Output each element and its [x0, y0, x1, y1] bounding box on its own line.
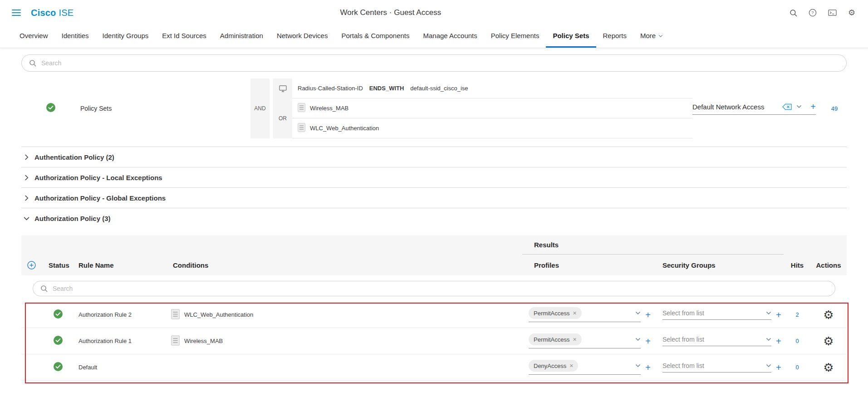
- tab-identity-groups[interactable]: Identity Groups: [96, 25, 156, 48]
- security-group-select[interactable]: Select from list: [662, 336, 771, 346]
- hits-count[interactable]: 0: [784, 338, 811, 344]
- policy-set-hits[interactable]: 49: [822, 105, 847, 112]
- add-rule-button[interactable]: [21, 261, 41, 270]
- profiles-select[interactable]: DenyAccess ×: [529, 360, 641, 375]
- add-profile-icon[interactable]: +: [645, 310, 651, 319]
- chip-remove-icon[interactable]: ×: [573, 336, 576, 343]
- condition-cell[interactable]: Wireless_MAB: [166, 335, 522, 347]
- rule-name[interactable]: Default: [75, 364, 166, 371]
- profile-chip[interactable]: PermitAccess ×: [529, 307, 582, 319]
- profiles-select[interactable]: PermitAccess ×: [529, 333, 641, 348]
- status-cell: [41, 309, 75, 320]
- add-security-group-icon[interactable]: +: [776, 363, 781, 372]
- section-authz-global-exceptions[interactable]: Authorization Policy - Global Exceptions: [21, 187, 847, 208]
- chevron-down-icon: [658, 34, 663, 38]
- add-security-group-icon[interactable]: +: [776, 310, 781, 319]
- hits-count[interactable]: 0: [784, 364, 811, 371]
- policy-set-row: Policy Sets AND OR Radius·Called-Station…: [21, 78, 847, 138]
- chevron-down-icon[interactable]: [766, 311, 771, 315]
- chevron-down-icon[interactable]: [766, 338, 771, 341]
- status-success-icon: [54, 309, 63, 320]
- condition-radius-called-station-id[interactable]: Radius·Called-Station-ID ENDS_WITH defau…: [292, 78, 692, 98]
- library-condition-icon: [298, 123, 305, 133]
- search-icon: [29, 59, 36, 67]
- search-input[interactable]: [41, 59, 839, 67]
- gear-icon[interactable]: ⚙: [823, 335, 834, 347]
- tab-policy-elements[interactable]: Policy Elements: [484, 25, 546, 48]
- gear-icon[interactable]: ⚙: [823, 309, 834, 321]
- or-operator-badge: OR: [273, 98, 292, 138]
- profile-chip[interactable]: PermitAccess ×: [529, 333, 582, 345]
- condition-rows: Radius·Called-Station-ID ENDS_WITH defau…: [292, 78, 692, 138]
- condition-name: Wireless_MAB: [310, 105, 348, 112]
- profiles-cell: PermitAccess × +: [522, 333, 651, 348]
- tab-more[interactable]: More: [633, 25, 670, 48]
- chevron-down-icon[interactable]: [635, 364, 641, 368]
- profile-chip[interactable]: DenyAccess ×: [529, 360, 578, 372]
- security-group-select[interactable]: Select from list: [662, 362, 771, 372]
- conditions-group: OR Radius·Called-Station-ID ENDS_WITH de…: [273, 78, 692, 138]
- condition-name: Wireless_MAB: [184, 338, 223, 344]
- section-authorization-policy[interactable]: Authorization Policy (3): [21, 208, 847, 228]
- chevron-down-icon[interactable]: [796, 105, 802, 108]
- profiles-cell: PermitAccess × +: [522, 307, 651, 322]
- chevron-down-icon: [25, 216, 29, 221]
- section-label: Authorization Policy - Global Exceptions: [34, 194, 166, 202]
- chevron-down-icon[interactable]: [635, 338, 641, 341]
- library-condition-icon: [298, 103, 305, 113]
- condition-wlc-web-authentication[interactable]: WLC_Web_Authentication: [292, 118, 692, 138]
- tab-manage-accounts[interactable]: Manage Accounts: [416, 25, 484, 48]
- add-profile-icon[interactable]: +: [645, 363, 651, 372]
- search-icon: [40, 285, 48, 292]
- policy-set-name[interactable]: Policy Sets: [80, 78, 250, 138]
- profiles-cell: DenyAccess × +: [522, 360, 651, 375]
- security-group-select[interactable]: Select from list: [662, 309, 771, 320]
- console-icon[interactable]: [828, 8, 837, 17]
- or-operator-strip: OR: [273, 78, 292, 138]
- header-status: Status: [41, 261, 75, 269]
- allowed-protocols-select[interactable]: Default Network Access +: [692, 102, 816, 115]
- section-authz-local-exceptions[interactable]: Authorization Policy - Local Exceptions: [21, 167, 847, 187]
- tab-ext-id-sources[interactable]: Ext Id Sources: [155, 25, 213, 48]
- section-label: Authorization Policy - Local Exceptions: [34, 174, 162, 181]
- search-icon[interactable]: [789, 8, 798, 17]
- tab-reports[interactable]: Reports: [596, 25, 634, 48]
- gear-icon[interactable]: ⚙: [823, 362, 834, 373]
- status-success-icon: [54, 336, 63, 346]
- rule-name[interactable]: Authorization Rule 1: [75, 338, 166, 344]
- chevron-down-icon[interactable]: [635, 311, 641, 315]
- tab-administration[interactable]: Administration: [213, 25, 270, 48]
- rule-search-input[interactable]: [53, 285, 828, 292]
- gear-icon[interactable]: ⚙: [847, 8, 856, 17]
- rule-name[interactable]: Authorization Rule 2: [75, 311, 166, 318]
- rule-search[interactable]: [33, 281, 835, 296]
- tab-identities[interactable]: Identities: [55, 25, 96, 48]
- chip-remove-icon[interactable]: ×: [569, 362, 573, 369]
- tab-overview[interactable]: Overview: [13, 25, 55, 48]
- header-rule-name: Rule Name: [75, 261, 166, 269]
- add-profile-icon[interactable]: +: [645, 337, 651, 346]
- clear-selection-icon[interactable]: [782, 103, 792, 110]
- add-security-group-icon[interactable]: +: [776, 337, 781, 346]
- tab-policy-sets[interactable]: Policy Sets: [546, 25, 596, 48]
- condition-wireless-mab[interactable]: Wireless_MAB: [292, 98, 692, 118]
- menu-icon[interactable]: [12, 10, 21, 16]
- tab-network-devices[interactable]: Network Devices: [270, 25, 335, 48]
- section-label: Authorization Policy (3): [34, 215, 111, 222]
- condition-operator: ENDS_WITH: [369, 85, 404, 92]
- section-authentication-policy[interactable]: Authentication Policy (2): [21, 147, 847, 167]
- chip-remove-icon[interactable]: ×: [573, 309, 576, 317]
- tab-portals-components[interactable]: Portals & Components: [334, 25, 416, 48]
- table-row: Default DenyAccess × + Select from list: [21, 354, 847, 381]
- help-icon[interactable]: ?: [808, 8, 817, 17]
- hits-count[interactable]: 2: [784, 311, 811, 318]
- policy-set-search[interactable]: [21, 54, 847, 72]
- workcenter-tabs: Overview Identities Identity Groups Ext …: [0, 25, 868, 48]
- condition-cell[interactable]: WLC_Web_Authentication: [166, 309, 522, 321]
- header-actions: Actions: [811, 261, 846, 269]
- add-protocol-icon[interactable]: +: [810, 102, 816, 111]
- chevron-down-icon[interactable]: [766, 364, 771, 368]
- brand-ise: ISE: [59, 8, 74, 18]
- table-row: Authorization Rule 1 Wireless_MAB Permit…: [21, 328, 847, 354]
- profiles-select[interactable]: PermitAccess ×: [529, 307, 641, 322]
